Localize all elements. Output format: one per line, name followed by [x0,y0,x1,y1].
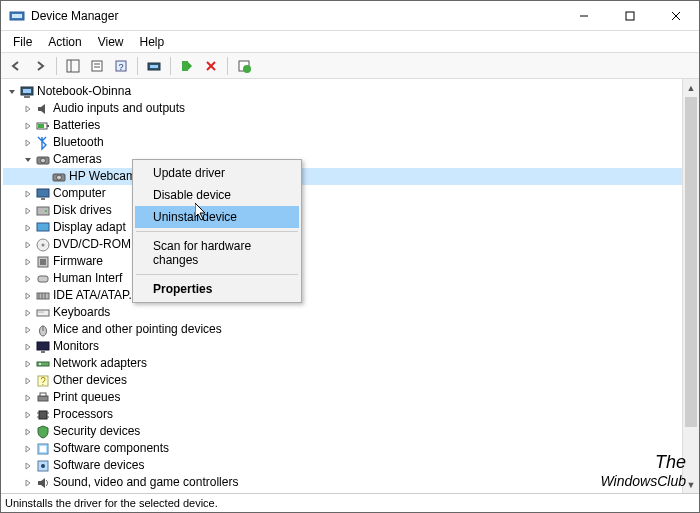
tree-item[interactable]: Sound, video and game controllers [3,474,699,491]
tree-item[interactable]: Mice and other pointing devices [3,321,699,338]
tree-item-label: Computer [53,185,106,202]
tree-item[interactable]: Disk drives [3,202,699,219]
svg-rect-39 [38,276,48,282]
scan-hardware-button[interactable] [143,55,165,77]
ctx-update-driver[interactable]: Update driver [135,162,299,184]
tree-item[interactable]: ?Other devices [3,372,699,389]
expander-icon[interactable] [21,272,35,286]
scroll-thumb[interactable] [685,97,697,427]
tree-item[interactable]: Software devices [3,457,699,474]
network-icon [35,356,51,372]
close-button[interactable] [653,1,699,31]
tree-item[interactable]: Human Interf [3,270,699,287]
ctx-scan-hardware[interactable]: Scan for hardware changes [135,235,299,271]
properties-button[interactable] [86,55,108,77]
expander-icon[interactable] [21,357,35,371]
tree-item-label: Bluetooth [53,134,104,151]
device-tree[interactable]: Notebook-ObinnaAudio inputs and outputsB… [1,79,699,493]
expander-icon[interactable] [21,459,35,473]
expander-icon[interactable] [21,391,35,405]
scroll-down-arrow[interactable]: ▼ [683,476,699,493]
menu-view[interactable]: View [90,33,132,51]
tree-item[interactable]: Display adapt [3,219,699,236]
expander-icon[interactable] [21,153,35,167]
menu-action[interactable]: Action [40,33,89,51]
expander-icon[interactable] [21,221,35,235]
expander-icon[interactable] [21,238,35,252]
expander-icon[interactable] [37,170,51,184]
expander-icon[interactable] [21,187,35,201]
show-hide-tree-button[interactable] [62,55,84,77]
tree-item-label: DVD/CD-ROM [53,236,131,253]
scroll-up-arrow[interactable]: ▲ [683,79,699,96]
tree-item[interactable]: Notebook-Obinna [3,83,699,100]
expander-icon[interactable] [21,306,35,320]
expander-icon[interactable] [21,119,35,133]
keyboard-icon [35,305,51,321]
update-driver-button[interactable] [233,55,255,77]
help-button[interactable]: ? [110,55,132,77]
tree-item[interactable]: Storage controllers [3,491,699,493]
tree-item[interactable]: Monitors [3,338,699,355]
tree-item[interactable]: IDE ATA/ATAP... [3,287,699,304]
tree-item[interactable]: Cameras [3,151,699,168]
expander-icon[interactable] [21,340,35,354]
expander-icon[interactable] [21,442,35,456]
svg-rect-58 [39,411,47,419]
tree-item[interactable]: HP Webcam [3,168,699,185]
firmware-icon [35,254,51,270]
expander-icon[interactable] [21,204,35,218]
toolbar: ? [1,52,699,79]
ctx-uninstall-device[interactable]: Uninstall device [135,206,299,228]
svg-rect-50 [37,342,49,350]
expander-icon[interactable] [21,476,35,490]
monitor-icon [35,339,51,355]
back-button[interactable] [5,55,27,77]
other-icon: ? [35,373,51,389]
svg-rect-14 [150,65,158,68]
ctx-disable-device[interactable]: Disable device [135,184,299,206]
expander-icon[interactable] [21,425,35,439]
tree-item[interactable]: DVD/CD-ROM [3,236,699,253]
computer-icon [19,84,35,100]
svg-point-66 [41,464,45,468]
expander-icon[interactable] [21,255,35,269]
expander-icon[interactable] [21,408,35,422]
context-menu: Update driver Disable device Uninstall d… [132,159,302,303]
expander-icon[interactable] [21,289,35,303]
tree-item[interactable]: Network adapters [3,355,699,372]
tree-item[interactable]: Software components [3,440,699,457]
expander-icon[interactable] [5,85,19,99]
expander-icon[interactable] [21,374,35,388]
menu-help[interactable]: Help [132,33,173,51]
minimize-button[interactable] [561,1,607,31]
svg-point-19 [243,65,251,73]
tree-item[interactable]: Keyboards [3,304,699,321]
svg-rect-34 [37,223,49,231]
tree-item[interactable]: Bluetooth [3,134,699,151]
svg-rect-64 [40,446,46,452]
toolbar-separator [170,57,171,75]
expander-icon[interactable] [21,136,35,150]
tree-item[interactable]: Audio inputs and outputs [3,100,699,117]
menu-file[interactable]: File [5,33,40,51]
expander-icon[interactable] [21,323,35,337]
svg-rect-51 [41,351,45,353]
tree-item[interactable]: Firmware [3,253,699,270]
ctx-properties[interactable]: Properties [135,278,299,300]
tree-item[interactable]: Computer [3,185,699,202]
statusbar: Uninstalls the driver for the selected d… [1,493,699,512]
expander-icon[interactable] [21,493,35,494]
uninstall-device-button[interactable] [200,55,222,77]
enable-device-button[interactable] [176,55,198,77]
tree-item[interactable]: Processors [3,406,699,423]
svg-rect-57 [40,393,46,396]
tree-item[interactable]: Batteries [3,117,699,134]
tree-item[interactable]: Security devices [3,423,699,440]
svg-rect-24 [47,125,49,127]
vertical-scrollbar[interactable]: ▲ ▼ [682,79,699,493]
expander-icon[interactable] [21,102,35,116]
maximize-button[interactable] [607,1,653,31]
tree-item[interactable]: Print queues [3,389,699,406]
forward-button[interactable] [29,55,51,77]
